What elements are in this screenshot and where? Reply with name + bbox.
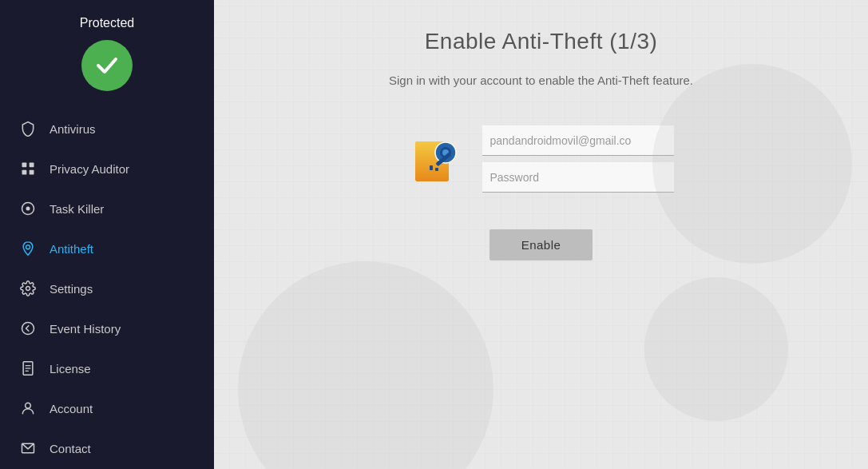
checkmark-icon (93, 51, 121, 80)
svg-rect-0 (22, 163, 27, 168)
svg-rect-21 (430, 165, 433, 170)
svg-point-13 (26, 403, 31, 408)
sidebar-item-event-history-label: Event History (50, 322, 121, 336)
enable-button[interactable]: Enable (489, 229, 593, 260)
bg-decoration (238, 261, 493, 469)
sidebar-item-task-killer[interactable]: Task Killer (0, 189, 214, 229)
main-content: Enable Anti-Theft (1/3) Sign in with you… (214, 0, 868, 469)
protected-section: Protected (0, 0, 214, 105)
sidebar-item-antitheft-label: Antitheft (50, 242, 93, 256)
sidebar-item-contact-label: Contact (50, 442, 91, 455)
svg-point-6 (26, 245, 30, 249)
sidebar-item-license[interactable]: License (0, 348, 214, 388)
person-icon (19, 399, 37, 417)
location-icon (19, 240, 37, 257)
svg-rect-22 (435, 168, 438, 171)
protected-label: Protected (80, 16, 134, 30)
sidebar-item-antivirus-label: Antivirus (50, 122, 96, 136)
page-subtitle: Sign in with your account to enable the … (389, 74, 693, 87)
sidebar-item-antitheft[interactable]: Antitheft (0, 229, 214, 268)
svg-rect-3 (30, 170, 34, 175)
circle-dot-icon (19, 200, 37, 217)
password-field[interactable] (482, 162, 674, 193)
arrow-left-icon (19, 320, 37, 337)
grid-icon (19, 160, 37, 177)
sidebar-item-event-history[interactable]: Event History (0, 308, 214, 348)
sidebar-item-settings[interactable]: Settings (0, 268, 214, 308)
svg-point-7 (26, 287, 30, 291)
sidebar: Protected Antivirus (0, 0, 214, 469)
form-section (409, 125, 674, 193)
sidebar-item-settings-label: Settings (50, 282, 93, 296)
sidebar-item-task-killer-label: Task Killer (50, 202, 104, 216)
shield-icon (19, 120, 37, 137)
email-field[interactable] (482, 125, 674, 156)
bg-decoration (652, 64, 852, 264)
sidebar-item-account[interactable]: Account (0, 388, 214, 428)
key-icon (409, 130, 466, 188)
sidebar-item-contact[interactable]: Contact (0, 428, 214, 468)
protected-icon (81, 40, 133, 91)
sidebar-item-account-label: Account (50, 402, 93, 415)
svg-point-5 (26, 207, 30, 211)
sidebar-item-privacy-auditor[interactable]: Privacy Auditor (0, 149, 214, 189)
sidebar-item-license-label: License (50, 362, 91, 376)
svg-rect-1 (30, 163, 34, 168)
sidebar-item-privacy-auditor-label: Privacy Auditor (50, 162, 129, 176)
fields-section (482, 125, 674, 193)
svg-rect-2 (22, 170, 27, 175)
page-title: Enable Anti-Theft (1/3) (425, 29, 658, 54)
bg-decoration (644, 277, 788, 421)
nav-list: Antivirus Privacy Auditor Ta (0, 109, 214, 468)
document-icon (19, 360, 37, 377)
sidebar-item-antivirus[interactable]: Antivirus (0, 109, 214, 149)
envelope-icon (19, 439, 37, 457)
svg-point-8 (22, 323, 34, 335)
gear-icon (19, 280, 37, 297)
